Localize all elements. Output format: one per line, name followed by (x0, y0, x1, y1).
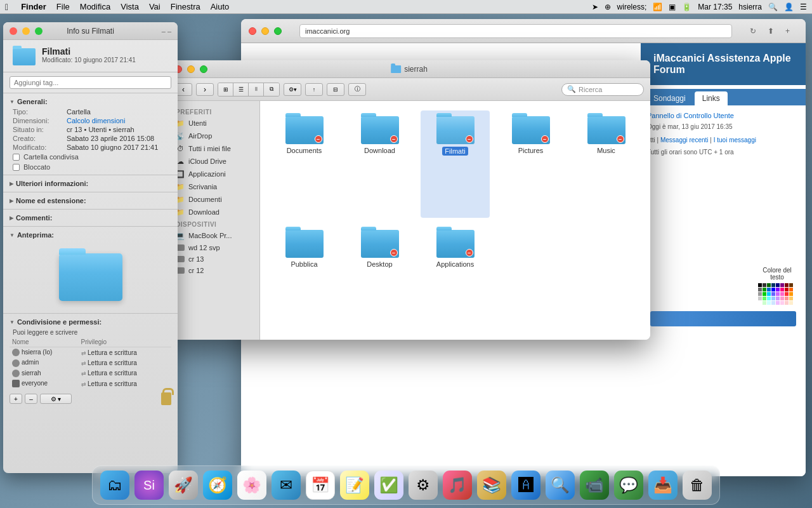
color-cell[interactable] (771, 301, 775, 305)
dock-item-trash[interactable]: 🗑 (681, 469, 713, 501)
finder-arrange-button[interactable]: ⚙▾ (284, 83, 301, 96)
color-cell[interactable] (780, 301, 784, 305)
menu-vai[interactable]: Vai (149, 2, 160, 11)
sidebar-item-airdrop[interactable]: 📡 AirDrop (168, 130, 259, 142)
safari-maximize-button[interactable] (274, 27, 282, 35)
color-cell[interactable] (763, 283, 766, 287)
menu-search[interactable]: 🔍 (768, 3, 778, 11)
file-item-documents[interactable]: – Documents (270, 110, 339, 218)
sidebar-item-documenti[interactable]: 📁 Documenti (168, 193, 259, 206)
forum-tab-links[interactable]: Links (695, 91, 728, 105)
color-cell[interactable] (771, 283, 775, 287)
dock-item-siri[interactable]: Si (133, 469, 165, 501)
color-cell[interactable] (767, 292, 771, 296)
color-cell[interactable] (785, 292, 789, 296)
color-cell[interactable] (776, 288, 780, 291)
color-cell[interactable] (758, 301, 762, 305)
perms-remove-button[interactable]: – (25, 394, 37, 404)
color-cell[interactable] (767, 283, 771, 287)
color-cell[interactable] (758, 283, 762, 287)
dock-item-facetime[interactable]: 📹 (579, 469, 610, 501)
color-cell[interactable] (785, 297, 789, 300)
dock-item-preview[interactable]: 🔍 (544, 469, 576, 501)
finder-maximize-button[interactable] (200, 65, 207, 73)
sidebar-item-scrivania[interactable]: 📁 Scrivania (168, 180, 259, 193)
color-cell[interactable] (771, 297, 775, 300)
perms-add-button[interactable]: + (10, 394, 22, 404)
view-cover-button[interactable]: ⧉ (264, 83, 279, 96)
color-cell[interactable] (767, 297, 771, 300)
color-cell[interactable] (763, 292, 766, 296)
sidebar-item-applicazioni[interactable]: 🔲 Applicazioni (168, 168, 259, 180)
view-list-button[interactable]: ☰ (233, 83, 249, 96)
sidebar-item-cr12[interactable]: cr 12 (168, 265, 259, 276)
color-cell[interactable] (785, 283, 789, 287)
safari-refresh-button[interactable]: ↻ (750, 27, 763, 36)
color-cell[interactable] (789, 301, 793, 305)
info-tag-input[interactable] (10, 76, 171, 89)
info-minimize-button[interactable] (22, 27, 30, 35)
apple-menu[interactable]:  (5, 2, 8, 12)
safari-url-bar[interactable]: imaccanici.org (299, 24, 732, 38)
dock-item-photos[interactable]: 🌸 (236, 469, 268, 501)
dock-item-mail[interactable]: ✉ (270, 469, 302, 501)
finder-info-button[interactable]: ⓘ (348, 83, 366, 96)
safari-add-button[interactable]: + (785, 27, 798, 36)
bloccato-checkbox[interactable] (13, 164, 20, 171)
dock-item-launchpad[interactable]: 🚀 (167, 469, 199, 501)
dock-item-reminders[interactable]: ✅ (373, 469, 405, 501)
menu-clock[interactable]: Mar 17:35 (698, 3, 732, 11)
view-column-button[interactable]: ⫴ (249, 83, 264, 96)
lock-icon[interactable] (161, 392, 171, 405)
menu-list[interactable]: ☰ (800, 3, 807, 11)
sidebar-item-cr13[interactable]: cr 13 (168, 253, 259, 265)
view-icon-button[interactable]: ⊞ (218, 83, 233, 96)
color-cell[interactable] (763, 288, 766, 291)
forum-recent-link[interactable]: Messaggi recenti (660, 137, 709, 144)
dock-item-books[interactable]: 📚 (476, 469, 508, 501)
file-item-filmati[interactable]: – Filmati (421, 110, 490, 218)
color-cell[interactable] (758, 297, 762, 300)
color-cell[interactable] (780, 297, 784, 300)
color-cell[interactable] (767, 301, 771, 305)
info-ulteriori-header[interactable]: ▶ Ulteriori informazioni: (3, 178, 178, 189)
dock-item-notes[interactable]: 📝 (339, 469, 370, 501)
file-item-download[interactable]: – Download (345, 110, 414, 218)
sidebar-item-tutti[interactable]: ⏱ Tutti i miei file (168, 142, 259, 155)
sidebar-item-icloud[interactable]: ☁ iCloud Drive (168, 155, 259, 168)
color-cell[interactable] (771, 288, 775, 291)
dock-item-safari[interactable]: 🧭 (202, 469, 233, 501)
forum-tab-sondaggi[interactable]: Sondaggi (646, 91, 693, 105)
color-cell[interactable] (789, 288, 793, 291)
color-cell[interactable] (780, 283, 784, 287)
dock-item-music[interactable]: 🎵 (442, 469, 473, 501)
menu-user[interactable]: hsierra (738, 3, 762, 11)
color-cell[interactable] (789, 297, 793, 300)
color-cell[interactable] (780, 288, 784, 291)
finder-minimize-button[interactable] (187, 65, 195, 73)
menu-file[interactable]: File (56, 2, 70, 11)
info-anteprima-header[interactable]: ▼ Anteprima: (3, 229, 178, 241)
info-commenti-header[interactable]: ▶ Commenti: (3, 212, 178, 224)
forum-control-panel-link[interactable]: Pannello di Controllo Utente (647, 112, 799, 119)
dimensioni-link[interactable]: Calcolo dimensioni (67, 117, 125, 124)
menu-finestra[interactable]: Finestra (171, 2, 200, 11)
file-item-applications[interactable]: – Applications (421, 224, 490, 330)
forum-mymsg-link[interactable]: I tuoi messaggi (714, 137, 756, 144)
sidebar-item-wd12[interactable]: wd 12 svp (168, 242, 259, 253)
color-cell[interactable] (785, 288, 789, 291)
color-cell[interactable] (758, 292, 762, 296)
finder-forward-button[interactable]: › (196, 83, 214, 96)
file-item-pubblica[interactable]: Pubblica (270, 224, 339, 330)
info-condivisione-header[interactable]: ▼ Condivisione e permessi: (3, 316, 178, 328)
color-cell[interactable] (767, 288, 771, 291)
menu-vista[interactable]: Vista (121, 2, 139, 11)
dock-item-finder[interactable]: 🗂 (99, 469, 131, 501)
color-cell[interactable] (789, 283, 793, 287)
file-item-desktop[interactable]: – Desktop (345, 224, 414, 330)
file-item-music[interactable]: – Music (572, 110, 641, 218)
color-cell[interactable] (785, 301, 789, 305)
color-cell[interactable] (776, 297, 780, 300)
color-cell[interactable] (758, 288, 762, 291)
color-grid[interactable] (758, 283, 796, 305)
